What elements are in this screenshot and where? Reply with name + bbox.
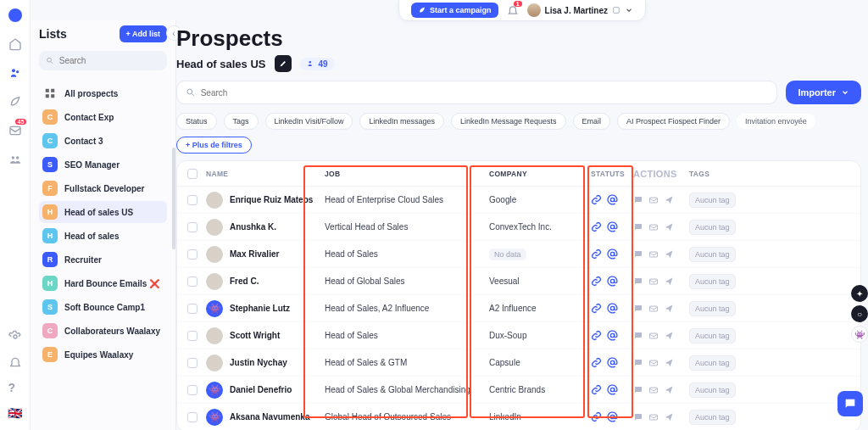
settings-icon[interactable]	[8, 330, 22, 343]
table-row[interactable]: 👾Stephanie Lutz Head of Sales, A2 Influe…	[177, 295, 860, 322]
message-action-icon[interactable]	[633, 412, 643, 422]
link-status-icon[interactable]	[591, 276, 602, 287]
notifications-icon[interactable]	[8, 355, 22, 369]
sidebar-item[interactable]: CContact 3	[39, 130, 167, 152]
row-checkbox[interactable]	[187, 222, 198, 232]
table-row[interactable]: Max Rivalier Head of Sales No data Aucun…	[177, 241, 860, 268]
row-checkbox[interactable]	[187, 304, 198, 314]
col-status[interactable]: STATUTS	[587, 170, 633, 178]
tag-button[interactable]: Aucun tag	[689, 193, 736, 208]
email-status-icon[interactable]	[607, 194, 618, 205]
mail-action-icon[interactable]	[648, 358, 659, 368]
filter-invitation-sent[interactable]: Invitation envoyée	[737, 114, 815, 129]
link-status-icon[interactable]	[591, 411, 602, 422]
row-checkbox[interactable]	[187, 385, 198, 395]
row-checkbox[interactable]	[187, 331, 198, 341]
email-status-icon[interactable]	[607, 357, 618, 368]
link-status-icon[interactable]	[591, 303, 602, 314]
member-count-pill[interactable]: 49	[300, 58, 335, 70]
mail-action-icon[interactable]	[648, 412, 659, 422]
help-icon[interactable]: ?	[8, 381, 22, 394]
sidebar-item[interactable]: SSEO Manager	[39, 154, 167, 176]
home-icon[interactable]	[8, 37, 22, 51]
filter-pill[interactable]: LinkedIn Visit/Follow	[265, 113, 353, 130]
tag-button[interactable]: Aucun tag	[689, 328, 736, 343]
table-row[interactable]: 👾Daniel Denefrio Head of Sales & Global …	[177, 377, 860, 404]
row-checkbox[interactable]	[187, 358, 198, 368]
tag-button[interactable]: Aucun tag	[689, 301, 736, 316]
col-job[interactable]: JOB	[325, 170, 489, 178]
link-status-icon[interactable]	[591, 384, 602, 395]
chat-widget-button[interactable]	[837, 391, 863, 416]
row-checkbox[interactable]	[187, 249, 198, 260]
filter-pill[interactable]: AI Prospect Fiospect Finder	[617, 113, 730, 130]
send-action-icon[interactable]	[664, 331, 674, 341]
filter-pill[interactable]: Status	[176, 113, 217, 130]
mail-action-icon[interactable]	[648, 195, 659, 205]
send-action-icon[interactable]	[664, 412, 674, 422]
float-dark-1[interactable]: ✦	[851, 285, 868, 302]
message-action-icon[interactable]	[633, 276, 643, 287]
email-status-icon[interactable]	[607, 276, 618, 287]
email-status-icon[interactable]	[607, 249, 618, 260]
sidebar-search-input[interactable]	[59, 56, 160, 65]
sidebar-item[interactable]: CCollaborateurs Waalaxy	[39, 320, 167, 342]
col-name[interactable]: NAME	[206, 170, 325, 178]
inbox-icon[interactable]: 45	[8, 124, 22, 137]
language-flag[interactable]: 🇬🇧	[8, 406, 22, 420]
email-status-icon[interactable]	[607, 411, 618, 422]
app-logo[interactable]	[8, 8, 22, 22]
table-row[interactable]: Fred C. Head of Global Sales Veesual Auc…	[177, 268, 860, 295]
tag-button[interactable]: Aucun tag	[689, 355, 736, 371]
sidebar-item[interactable]: HHard Bounce Emails ❌	[39, 272, 167, 294]
link-status-icon[interactable]	[591, 194, 602, 205]
more-filters-button[interactable]: + Plus de filtres	[176, 137, 252, 154]
mail-action-icon[interactable]	[648, 385, 659, 395]
message-action-icon[interactable]	[633, 358, 643, 368]
email-status-icon[interactable]	[607, 384, 618, 395]
table-row[interactable]: Scott Wright Head of Sales Dux-Soup Aucu…	[177, 322, 860, 349]
tag-button[interactable]: Aucun tag	[689, 247, 736, 262]
filter-pill[interactable]: LinkedIn Message Requests	[451, 113, 566, 130]
link-status-icon[interactable]	[591, 357, 602, 368]
message-action-icon[interactable]	[633, 249, 643, 260]
send-action-icon[interactable]	[664, 358, 674, 368]
table-row[interactable]: Anushka K. Vertical Head of Sales Convex…	[177, 214, 860, 241]
message-action-icon[interactable]	[633, 385, 643, 395]
tag-button[interactable]: Aucun tag	[689, 274, 736, 289]
send-action-icon[interactable]	[664, 249, 674, 260]
mail-action-icon[interactable]	[648, 331, 659, 341]
row-checkbox[interactable]	[187, 195, 198, 205]
team-icon[interactable]	[8, 153, 22, 166]
table-row[interactable]: Enrique Ruiz Mateos Head of Enterprise C…	[177, 187, 860, 214]
select-all-checkbox[interactable]	[187, 169, 198, 179]
tag-button[interactable]: Aucun tag	[689, 383, 736, 398]
sidebar-item[interactable]: HHead of sales	[39, 225, 167, 247]
mail-action-icon[interactable]	[648, 222, 659, 232]
sidebar-item[interactable]: SSoft Bounce Camp1	[39, 296, 167, 318]
float-dark-2[interactable]: ○	[851, 305, 868, 322]
sidebar-item[interactable]: EEquipes Waalaxy	[39, 343, 167, 366]
send-action-icon[interactable]	[664, 276, 674, 287]
message-action-icon[interactable]	[633, 222, 643, 232]
link-status-icon[interactable]	[591, 249, 602, 260]
filter-pill[interactable]: LinkedIn messages	[359, 113, 444, 130]
tag-button[interactable]: Aucun tag	[689, 220, 736, 235]
sidebar-search[interactable]	[39, 51, 167, 70]
user-menu[interactable]: Lisa J. Martinez	[527, 3, 633, 17]
link-status-icon[interactable]	[591, 221, 602, 232]
filter-pill[interactable]: Email	[573, 113, 611, 130]
mail-action-icon[interactable]	[648, 249, 659, 260]
import-button[interactable]: Importer	[786, 81, 861, 104]
send-action-icon[interactable]	[664, 304, 674, 314]
email-status-icon[interactable]	[607, 330, 618, 341]
main-search-input[interactable]	[201, 88, 769, 98]
start-campaign-button[interactable]: Start a campaign	[411, 3, 498, 18]
row-checkbox[interactable]	[187, 412, 198, 422]
mail-action-icon[interactable]	[648, 304, 659, 314]
email-status-icon[interactable]	[607, 221, 618, 232]
tag-button[interactable]: Aucun tag	[689, 410, 736, 425]
sidebar-item-all-prospects[interactable]: All prospects	[39, 82, 167, 104]
main-search[interactable]	[176, 81, 777, 104]
message-action-icon[interactable]	[633, 331, 643, 341]
